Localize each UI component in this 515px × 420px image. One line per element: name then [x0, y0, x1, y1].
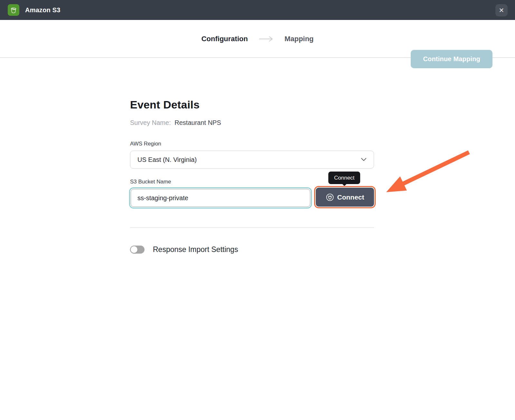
page-title: Event Details	[130, 98, 200, 111]
step-mapping[interactable]: Mapping	[285, 35, 314, 43]
survey-name-value: Restaurant NPS	[174, 119, 221, 126]
step-configuration[interactable]: Configuration	[201, 35, 248, 43]
stepper-header: Configuration Mapping Continue Mapping	[0, 20, 515, 58]
titlebar: Amazon S3 ✕	[0, 0, 515, 20]
tooltip-caret	[342, 182, 347, 186]
close-button[interactable]: ✕	[495, 4, 508, 16]
survey-name-label: Survey Name:	[130, 119, 171, 126]
survey-name-line: Survey Name: Restaurant NPS	[130, 119, 221, 126]
response-import-settings-label: Response Import Settings	[153, 245, 238, 254]
chevron-down-icon	[361, 157, 367, 163]
connect-tooltip: Connect	[328, 172, 360, 184]
connect-highlight-ring: Connect	[314, 186, 376, 208]
amazon-s3-bucket-icon	[8, 4, 19, 16]
connect-button[interactable]: Connect	[316, 188, 374, 207]
connect-tooltip-text: Connect	[334, 175, 354, 181]
plug-icon	[326, 193, 334, 201]
toggle-knob	[131, 246, 137, 253]
section-divider	[130, 227, 374, 228]
amazon-s3-integration-modal: Amazon S3 ✕ Configuration Mapping Contin…	[0, 0, 515, 420]
aws-region-select[interactable]: US East (N. Virginia)	[130, 151, 374, 169]
connect-button-label: Connect	[337, 193, 364, 201]
s3-bucket-name-input[interactable]	[131, 189, 310, 207]
response-import-settings-row: Response Import Settings	[130, 245, 238, 254]
aws-region-selected-value: US East (N. Virginia)	[137, 156, 197, 163]
s3-bucket-name-label: S3 Bucket Name	[130, 179, 171, 185]
s3-bucket-input-focus-ring	[129, 187, 312, 209]
app-title: Amazon S3	[25, 6, 61, 14]
continue-mapping-button[interactable]: Continue Mapping	[411, 50, 492, 68]
step-arrow-icon	[259, 36, 274, 42]
close-icon: ✕	[499, 7, 504, 14]
response-import-settings-toggle[interactable]	[130, 246, 145, 254]
aws-region-label: AWS Region	[130, 141, 161, 147]
